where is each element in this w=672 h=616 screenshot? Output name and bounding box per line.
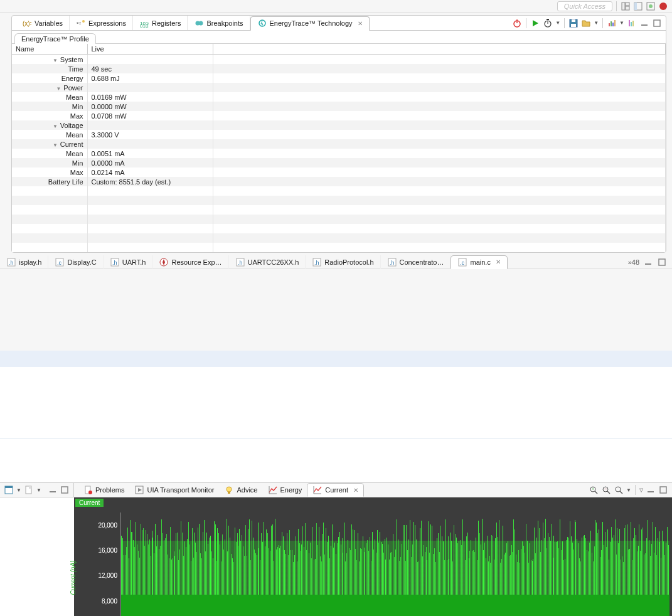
table-row[interactable]: Mean0.0169 mW (12, 92, 666, 102)
table-row[interactable]: Max0.0708 mW (12, 111, 666, 120)
stop-icon[interactable] (658, 1, 668, 11)
tab-energytrace-technology[interactable]: EnergyTrace™ Technology✕ (250, 16, 370, 31)
svg-rect-32 (641, 24, 648, 26)
cell-live (87, 55, 213, 65)
editor-tab-display-c[interactable]: .cDisplay.C (48, 255, 103, 269)
cell-live: 0.0169 mW (87, 92, 213, 102)
bottom-tab-problems[interactable]: Problems (78, 483, 129, 497)
bar-chart-2-icon[interactable] (627, 18, 637, 28)
close-icon[interactable]: ✕ (358, 20, 363, 27)
svg-text:−: − (604, 487, 607, 491)
perspective-2-icon[interactable] (633, 1, 643, 11)
profile-subtab[interactable]: EnergyTrace™ Profile (14, 33, 96, 44)
dropdown-caret-icon[interactable]: ▼ (36, 487, 41, 493)
dropdown-caret-icon[interactable]: ▼ (16, 487, 21, 493)
editor-tab-main-c[interactable]: .cmain.c✕ (451, 255, 507, 269)
table-row[interactable] (12, 186, 666, 196)
editor-tab-label: main.c (470, 258, 490, 266)
editor-tab-label: UARTCC26XX.h (248, 258, 299, 266)
table-row[interactable] (12, 224, 666, 233)
tab-variables[interactable]: (x)=Variables (16, 16, 70, 30)
table-row[interactable]: Max0.0214 mA (12, 167, 666, 177)
editor-tab-label: Concentrato… (400, 258, 444, 266)
table-row[interactable]: Mean3.3000 V (12, 130, 666, 139)
minimize-icon[interactable] (643, 257, 653, 267)
maximize-icon[interactable] (658, 485, 668, 495)
minimize-icon[interactable] (48, 485, 58, 495)
table-row[interactable]: Battery LifeCustom: 8551.5 day (est.) (12, 177, 666, 186)
open-folder-icon[interactable] (581, 18, 591, 28)
bottom-tab-energy[interactable]: Energy (263, 483, 307, 497)
tab-breakpoints[interactable]: Breakpoints (188, 16, 250, 30)
editor-tab-concentrato-[interactable]: .hConcentrato… (381, 255, 451, 269)
save-icon[interactable] (568, 18, 579, 28)
minimize-icon[interactable] (639, 18, 649, 28)
editor-tab-uart-h[interactable]: .hUART.h (104, 255, 153, 269)
table-row[interactable]: Min0.0000 mA (12, 158, 666, 167)
table-row[interactable]: Time49 sec (12, 64, 666, 73)
table-row[interactable] (12, 205, 666, 215)
tab-label: EnergyTrace™ Technology (270, 19, 353, 27)
tab-registers[interactable]: 10100101Registers (133, 16, 188, 30)
editor-tab-label: UART.h (122, 258, 146, 266)
cell-name: Mean (12, 149, 87, 158)
dropdown-caret-icon[interactable]: ▼ (619, 20, 624, 26)
dropdown-caret-icon[interactable]: ▼ (555, 20, 560, 26)
svg-rect-31 (632, 21, 634, 26)
editor-tab-radioprotocol-h[interactable]: .hRadioProtocol.h (306, 255, 380, 269)
maximize-icon[interactable] (657, 257, 667, 267)
cell-live: 3.3000 V (87, 130, 213, 139)
current-chart[interactable]: Current Current (nA) 04,0008,00012,00016… (74, 497, 672, 616)
editor-tab-overflow[interactable]: »48 (628, 258, 639, 266)
table-row[interactable] (12, 215, 666, 224)
play-icon[interactable] (530, 18, 540, 28)
col-header-name[interactable]: Name (12, 44, 87, 55)
view-menu-caret-icon[interactable]: ▽ (639, 487, 643, 493)
bottom-tab-uia-transport-monitor[interactable]: UIA Transport Monitor (129, 483, 219, 497)
variables-icon: (x)= (22, 18, 32, 28)
quick-access-input[interactable]: Quick Access (557, 1, 612, 11)
perspective-3-icon[interactable] (646, 1, 656, 11)
perspective-icon[interactable] (621, 1, 631, 11)
bottom-tab-label: Problems (95, 486, 124, 494)
table-row[interactable]: Voltage (12, 120, 666, 130)
table-row[interactable]: System (12, 55, 666, 65)
minimize-icon[interactable] (646, 485, 656, 495)
maximize-icon[interactable] (652, 18, 662, 28)
bar-chart-icon[interactable] (607, 18, 617, 28)
zoom-out-icon[interactable]: − (601, 485, 611, 495)
svg-text:ᵒᵡ: ᵒᵡ (77, 21, 82, 27)
bottom-tab-current[interactable]: Current✕ (307, 483, 364, 497)
col-header-live[interactable]: Live (87, 44, 213, 55)
close-icon[interactable]: ✕ (353, 487, 358, 494)
table-row[interactable] (12, 196, 666, 205)
table-row[interactable] (12, 243, 666, 252)
table-row[interactable] (12, 233, 666, 243)
table-row[interactable]: Power (12, 83, 666, 92)
zoom-in-icon[interactable]: + (589, 485, 599, 495)
dropdown-caret-icon[interactable]: ▼ (626, 487, 631, 493)
bottom-tab-advice[interactable]: Advice (219, 483, 262, 497)
chart-plot-area[interactable]: 144.042 (121, 512, 669, 616)
editor-tab-resource-exp-[interactable]: Resource Exp… (152, 255, 228, 269)
close-icon[interactable]: ✕ (496, 258, 501, 265)
maximize-icon[interactable] (60, 485, 70, 495)
zoom-fit-icon[interactable] (614, 485, 624, 495)
table-row[interactable]: Energy0.688 mJ (12, 73, 666, 83)
tab-expressions[interactable]: ᵒᵡExpressions (70, 16, 133, 30)
editor-tab-uartcc26xx-h[interactable]: .hUARTCC26XX.h (229, 255, 306, 269)
svg-text:(x)=: (x)= (23, 20, 31, 27)
editor-body[interactable] (0, 351, 672, 438)
editor-tab-isplay-h[interactable]: .hisplay.h (0, 255, 48, 269)
dropdown-caret-icon[interactable]: ▼ (594, 20, 599, 26)
table-row[interactable]: Mean0.0051 mA (12, 149, 666, 158)
cell-name: Min (12, 102, 87, 111)
table-row[interactable]: Current (12, 139, 666, 149)
table-row[interactable]: Min0.0000 mW (12, 102, 666, 111)
power-off-icon[interactable] (512, 18, 522, 28)
stopwatch-icon[interactable] (543, 18, 553, 28)
svg-rect-4 (634, 3, 637, 10)
new-console-icon[interactable] (4, 485, 14, 495)
new-file-icon[interactable] (24, 485, 34, 495)
svg-rect-27 (612, 23, 614, 26)
